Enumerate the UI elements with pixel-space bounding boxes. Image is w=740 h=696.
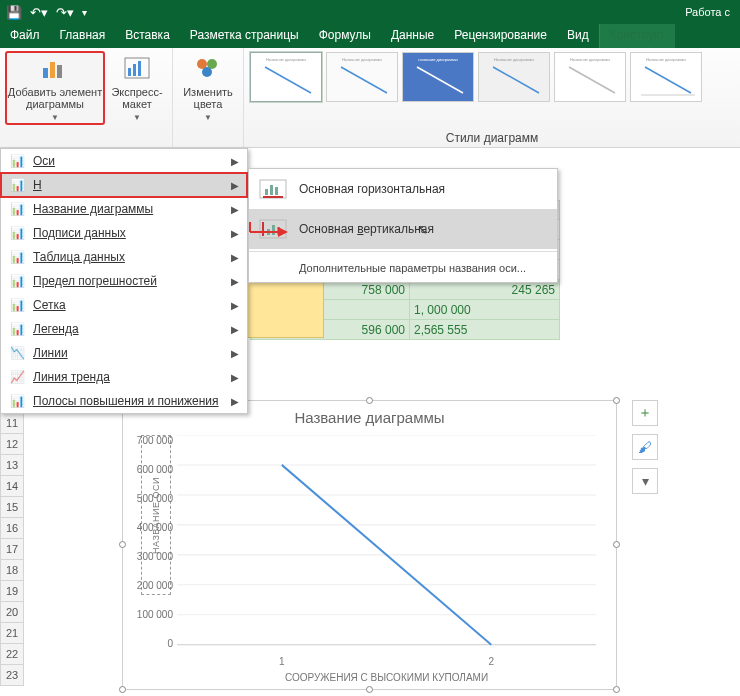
menu-trendline[interactable]: 📈Линия тренда▶: [1, 365, 247, 389]
chart-elements-button[interactable]: ＋: [632, 400, 658, 426]
chart-styles-button[interactable]: 🖌: [632, 434, 658, 460]
x-axis-title[interactable]: СООРУЖЕНИЯ С ВЫСОКИМИ КУПОЛАМИ: [177, 672, 596, 683]
tab-file[interactable]: Файл: [0, 24, 50, 48]
cursor-icon: ↖: [417, 222, 428, 237]
cell[interactable]: 1, 000 000: [410, 300, 560, 320]
menu-gridlines[interactable]: 📊Сетка▶: [1, 293, 247, 317]
chart-title-icon: 📊: [9, 201, 25, 217]
plot-area[interactable]: 700 000600 000500 000400 000300 000200 0…: [177, 435, 596, 649]
chart-style-2[interactable]: Название диаграммы: [326, 52, 398, 102]
menu-legend[interactable]: 📊Легенда▶: [1, 317, 247, 341]
error-bars-icon: 📊: [9, 273, 25, 289]
trendline-icon: 📈: [9, 369, 25, 385]
dropdown-caret-icon: ▼: [133, 112, 141, 124]
submenu-primary-horizontal[interactable]: Основная горизонтальная: [249, 169, 557, 209]
ribbon-group-colors: Изменить цвета ▼ .: [173, 48, 244, 147]
row-header[interactable]: 23: [0, 665, 24, 686]
menu-data-table[interactable]: 📊Таблица данных▶: [1, 245, 247, 269]
add-element-menu: 📊Оси▶ 📊Н▶ 📊Название диаграммы▶ 📊Подписи …: [0, 148, 248, 414]
add-chart-element-label: Добавить элемент диаграммы: [6, 86, 104, 110]
axis-title-icon: 📊: [9, 177, 25, 193]
svg-text:Название диаграммы: Название диаграммы: [494, 57, 534, 62]
chart-style-4[interactable]: Название диаграммы: [478, 52, 550, 102]
cell[interactable]: 245 265: [410, 280, 560, 300]
gridlines-icon: 📊: [9, 297, 25, 313]
row-header[interactable]: 14: [0, 476, 24, 497]
row-header[interactable]: 11: [0, 413, 24, 434]
tab-home[interactable]: Главная: [50, 24, 116, 48]
menu-updown-bars[interactable]: 📊Полосы повышения и понижения▶: [1, 389, 247, 413]
svg-rect-0: [43, 68, 48, 78]
row-header[interactable]: 18: [0, 560, 24, 581]
tab-formulas[interactable]: Формулы: [309, 24, 381, 48]
qat-customize-icon[interactable]: ▾: [82, 7, 87, 18]
menu-chart-title[interactable]: 📊Название диаграммы▶: [1, 197, 247, 221]
menu-axis-titles[interactable]: 📊Н▶: [1, 173, 247, 197]
axes-icon: 📊: [9, 153, 25, 169]
tab-layout[interactable]: Разметка страницы: [180, 24, 309, 48]
chart-style-1[interactable]: Название диаграммы: [250, 52, 322, 102]
contextual-title: Работа с: [685, 6, 734, 18]
quick-access-toolbar: 💾 ↶▾ ↷▾ ▾ Работа с: [0, 0, 740, 24]
row-header[interactable]: 15: [0, 497, 24, 518]
svg-line-22: [569, 67, 615, 93]
menu-data-labels[interactable]: 📊Подписи данных▶: [1, 221, 247, 245]
ribbon-tabs: Файл Главная Вставка Разметка страницы Ф…: [0, 24, 740, 48]
legend-icon: 📊: [9, 321, 25, 337]
row-header[interactable]: 21: [0, 623, 24, 644]
svg-marker-47: [278, 227, 288, 237]
svg-rect-4: [128, 68, 131, 76]
tab-review[interactable]: Рецензирование: [444, 24, 557, 48]
menu-axes[interactable]: 📊Оси▶: [1, 149, 247, 173]
cell[interactable]: 2,565 555: [410, 320, 560, 340]
embedded-chart[interactable]: Название диаграммы НАЗВАНИЕ ОСИ 700 0006…: [122, 400, 617, 690]
chart-style-6[interactable]: Название диаграммы: [630, 52, 702, 102]
save-icon[interactable]: 💾: [6, 5, 22, 20]
change-colors-button[interactable]: Изменить цвета ▼: [179, 52, 237, 124]
submenu-label: Основная вертикальная: [299, 222, 434, 236]
tab-data[interactable]: Данные: [381, 24, 444, 48]
undo-icon[interactable]: ↶▾: [30, 5, 48, 20]
change-colors-label: Изменить цвета: [179, 86, 237, 110]
add-chart-element-button[interactable]: Добавить элемент диаграммы ▼: [6, 52, 104, 124]
row-header[interactable]: 20: [0, 602, 24, 623]
submenu-label: Основная горизонтальная: [299, 182, 445, 196]
tab-design[interactable]: Конструкт: [599, 24, 675, 48]
svg-text:Название диаграммы: Название диаграммы: [570, 57, 610, 62]
chart-style-3[interactable]: название диаграммы: [402, 52, 474, 102]
updown-bars-icon: 📊: [9, 393, 25, 409]
tab-insert[interactable]: Вставка: [115, 24, 180, 48]
row-header[interactable]: 12: [0, 434, 24, 455]
ribbon-group-styles: Название диаграммы Название диаграммы на…: [244, 48, 740, 147]
dropdown-caret-icon: ▼: [51, 112, 59, 124]
svg-rect-36: [265, 189, 268, 195]
row-header[interactable]: 22: [0, 644, 24, 665]
svg-rect-5: [133, 64, 136, 76]
redo-icon[interactable]: ↷▾: [56, 5, 74, 20]
ribbon-group-layouts: Добавить элемент диаграммы ▼ Экспресс-ма…: [0, 48, 173, 147]
svg-text:Название диаграммы: Название диаграммы: [646, 57, 686, 62]
quick-layout-button[interactable]: Экспресс-макет ▼: [108, 52, 166, 124]
row-header[interactable]: 19: [0, 581, 24, 602]
axis-titles-submenu: Основная горизонтальная Основная вертика…: [248, 168, 558, 283]
menu-error-bars[interactable]: 📊Предел погрешностей▶: [1, 269, 247, 293]
svg-rect-38: [275, 187, 278, 195]
x-axis-labels: 12: [177, 656, 596, 667]
data-table-icon: 📊: [9, 249, 25, 265]
menu-lines[interactable]: 📉Линии▶: [1, 341, 247, 365]
chart-style-5[interactable]: Название диаграммы: [554, 52, 626, 102]
row-header[interactable]: 16: [0, 518, 24, 539]
yellow-cells: [246, 278, 324, 338]
row-header[interactable]: 17: [0, 539, 24, 560]
row-header[interactable]: 13: [0, 455, 24, 476]
annotation-arrow: [248, 220, 288, 240]
svg-line-11: [265, 67, 311, 93]
submenu-primary-vertical[interactable]: Основная вертикальная ↖: [249, 209, 557, 249]
tab-view[interactable]: Вид: [557, 24, 599, 48]
row-headers: 10 11 12 13 14 15 16 17 18 19 20 21 22 2…: [0, 392, 24, 686]
chart-element-icon: [39, 52, 71, 84]
chart-filters-button[interactable]: ▾: [632, 468, 658, 494]
svg-rect-37: [270, 185, 273, 195]
chart-side-tools: ＋ 🖌 ▾: [632, 400, 658, 494]
submenu-more-options[interactable]: Дополнительные параметры названия оси...: [249, 254, 557, 282]
